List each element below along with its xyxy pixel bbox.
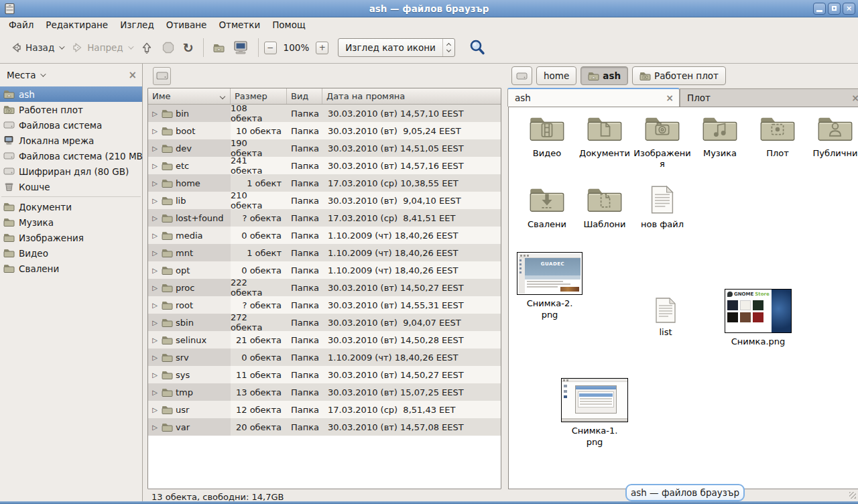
back-history-dropdown-icon[interactable] xyxy=(59,44,64,49)
path-button[interactable] xyxy=(511,66,532,85)
menu-item[interactable]: Файл xyxy=(3,18,40,32)
table-row[interactable]: ▷dev190 обектаПапка30.03.2010 (вт) 14,51… xyxy=(148,139,501,157)
expander-icon[interactable]: ▷ xyxy=(151,197,159,204)
table-row[interactable]: ▷root? обектаПапка30.03.2010 (вт) 14,55,… xyxy=(148,296,501,314)
path-button[interactable]: ash xyxy=(580,66,628,85)
expander-icon[interactable]: ▷ xyxy=(151,302,159,309)
sidebar-item[interactable]: Работен плот xyxy=(0,102,142,117)
taskbar-window-button[interactable]: ash — файлов браузър xyxy=(625,484,745,501)
path-button[interactable]: home xyxy=(536,66,576,85)
expander-icon[interactable]: ▷ xyxy=(151,267,159,274)
tab-close-icon[interactable]: × xyxy=(666,92,674,103)
forward-button[interactable]: Напред xyxy=(67,38,135,57)
home-button[interactable] xyxy=(209,39,229,57)
sidebar-item[interactable]: Документи xyxy=(0,199,142,214)
column-header-type[interactable]: Вид xyxy=(287,88,322,104)
maximize-button[interactable] xyxy=(828,3,841,15)
sidebar-item[interactable]: Файлова система xyxy=(0,117,142,133)
sidebar-title[interactable]: Места xyxy=(7,70,36,80)
view-mode-select[interactable]: Изглед като икони xyxy=(338,38,455,57)
table-row[interactable]: ▷var20 обектаПапка30.03.2010 (вт) 14,57,… xyxy=(148,418,501,436)
search-button[interactable] xyxy=(465,36,490,59)
icon-view-item[interactable]: Музика xyxy=(691,114,749,170)
expander-icon[interactable]: ▷ xyxy=(151,145,159,152)
expander-icon[interactable]: ▷ xyxy=(151,180,159,187)
expander-icon[interactable]: ▷ xyxy=(151,284,159,292)
expander-icon[interactable]: ▷ xyxy=(151,232,159,239)
icon-view-item[interactable]: Публични xyxy=(806,114,858,170)
tab-ash[interactable]: ash × xyxy=(507,88,680,107)
menu-item[interactable]: Отиване xyxy=(160,18,213,32)
close-button[interactable]: × xyxy=(843,3,855,15)
table-row[interactable]: ▷opt0 обектаПапка1.10.2009 (чт) 18,40,26… xyxy=(148,261,501,279)
root-path-button[interactable] xyxy=(153,67,171,85)
table-row[interactable]: ▷home1 обектПапка17.03.2010 (ср) 10,38,5… xyxy=(148,174,501,192)
icon-view[interactable]: ВидеоДокументиИзображенияМузикаПлотПубли… xyxy=(508,107,858,489)
icon-view-item[interactable]: Изображения xyxy=(633,114,691,170)
sidebar-item[interactable]: Изображения xyxy=(0,230,142,245)
table-row[interactable]: ▷bin108 обектаПапка30.03.2010 (вт) 14,57… xyxy=(148,105,501,122)
expander-icon[interactable]: ▷ xyxy=(151,162,159,170)
expander-icon[interactable]: ▷ xyxy=(151,336,159,344)
table-row[interactable]: ▷mnt1 обектПапка1.10.2009 (чт) 18,40,26 … xyxy=(148,244,501,261)
table-row[interactable]: ▷lib210 обектаПапка30.03.2010 (вт) 9,04,… xyxy=(148,192,501,209)
minimize-button[interactable] xyxy=(813,3,826,15)
icon-view-item[interactable]: Плот xyxy=(749,114,806,170)
menu-item[interactable]: Редактиране xyxy=(40,18,114,32)
column-header-name[interactable]: Име xyxy=(148,88,231,104)
table-row[interactable]: ▷lost+found? обектаПапка17.03.2010 (ср) … xyxy=(148,209,501,227)
menu-item[interactable]: Помощ xyxy=(266,18,312,32)
sidebar-item[interactable]: ash xyxy=(0,86,142,102)
sidebar-item[interactable]: Музика xyxy=(0,214,142,230)
resize-grip[interactable] xyxy=(849,492,856,499)
expander-icon[interactable]: ▷ xyxy=(151,127,159,135)
column-header-size[interactable]: Размер xyxy=(231,88,287,104)
pane-splitter[interactable] xyxy=(503,64,507,504)
expander-icon[interactable]: ▷ xyxy=(151,319,159,326)
sidebar-item[interactable]: Кошче xyxy=(0,179,142,194)
table-row[interactable]: ▷usr12 обектаПапка17.03.2010 (ср) 8,51,4… xyxy=(148,401,501,418)
expander-icon[interactable]: ▷ xyxy=(151,214,159,222)
tab-close-icon[interactable]: × xyxy=(851,92,858,103)
file-snimka[interactable]: GNOMEStore Снимка.png xyxy=(725,289,792,348)
file-list[interactable]: list xyxy=(651,297,680,338)
file-snimka-2[interactable]: GUADEC Снимка-2.png xyxy=(516,252,583,321)
icon-view-item[interactable]: Свалени xyxy=(518,185,576,230)
table-row[interactable]: ▷sbin272 обектаПапка30.03.2010 (вт) 9,04… xyxy=(148,314,501,331)
table-row[interactable]: ▷selinux21 обектаПапка30.03.2010 (вт) 14… xyxy=(148,331,501,349)
computer-button[interactable] xyxy=(229,38,253,58)
sidebar-item[interactable]: Видео xyxy=(0,245,142,261)
titlebar[interactable]: ash — файлов браузър × xyxy=(0,0,858,17)
menu-item[interactable]: Отметки xyxy=(212,18,266,32)
expander-icon[interactable]: ▷ xyxy=(151,424,159,431)
sidebar-item[interactable]: Свалени xyxy=(0,261,142,276)
expander-icon[interactable]: ▷ xyxy=(151,389,159,396)
up-button[interactable] xyxy=(136,38,158,57)
stop-button[interactable] xyxy=(158,38,179,57)
icon-view-item[interactable]: нов файл xyxy=(633,185,691,230)
table-row[interactable]: ▷sys11 обектаПапка30.03.2010 (вт) 14,50,… xyxy=(148,366,501,383)
column-header-date[interactable]: Дата на промяна xyxy=(322,88,501,104)
icon-view-item[interactable]: Видео xyxy=(518,114,576,170)
file-snimka-1[interactable]: Снимка-1.png xyxy=(561,378,628,448)
menu-item[interactable]: Изглед xyxy=(114,18,160,32)
sidebar-close-icon[interactable]: × xyxy=(128,69,137,81)
expander-icon[interactable]: ▷ xyxy=(151,406,159,414)
expander-icon[interactable]: ▷ xyxy=(151,110,159,117)
expander-icon[interactable]: ▷ xyxy=(151,249,159,257)
expander-icon[interactable]: ▷ xyxy=(151,371,159,379)
sidebar-item[interactable]: Файлова система (210 MB) xyxy=(0,148,142,164)
table-row[interactable]: ▷etc241 обектаПапка30.03.2010 (вт) 14,57… xyxy=(148,157,501,174)
sidebar-item[interactable]: Локална мрежа xyxy=(0,133,142,148)
sidebar-item[interactable]: Шифриран дял (80 GB) xyxy=(0,164,142,179)
expander-icon[interactable]: ▷ xyxy=(151,354,159,361)
icon-view-item[interactable]: Документи xyxy=(576,114,633,170)
table-row[interactable]: ▷tmp13 обектаПапка30.03.2010 (вт) 15,07,… xyxy=(148,383,501,401)
sidebar-selector-icon[interactable] xyxy=(40,71,46,76)
path-button[interactable]: Работен плот xyxy=(632,66,726,85)
zoom-in-button[interactable]: + xyxy=(316,42,328,54)
table-row[interactable]: ▷boot10 обектаПапка30.03.2010 (вт) 9,05,… xyxy=(148,122,501,139)
zoom-out-button[interactable]: − xyxy=(264,42,277,54)
reload-button[interactable]: ↻ xyxy=(179,38,198,58)
table-row[interactable]: ▷srv0 обектаПапка1.10.2009 (чт) 18,40,26… xyxy=(148,349,501,366)
